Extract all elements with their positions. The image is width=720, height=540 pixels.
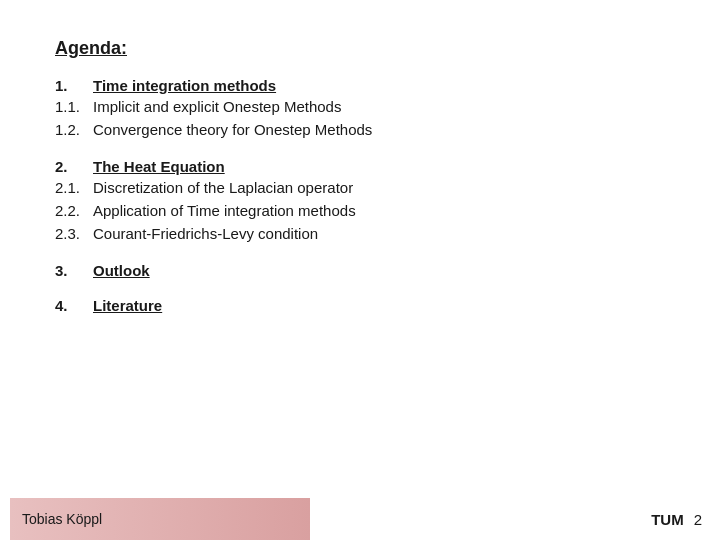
item-number: 2.1. <box>55 179 93 196</box>
item-label: Convergence theory for Onestep Methods <box>93 121 372 138</box>
footer-author: Tobias Köppl <box>22 511 102 527</box>
item-number: 2.2. <box>55 202 93 219</box>
item-number: 1.1. <box>55 98 93 115</box>
item-number: 4. <box>55 297 93 314</box>
item-number: 1. <box>55 77 93 94</box>
list-item: 3. Outlook <box>55 262 665 279</box>
item-label: The Heat Equation <box>93 158 225 175</box>
spacer <box>55 248 665 262</box>
list-item: 1.1. Implicit and explicit Onestep Metho… <box>55 98 665 115</box>
item-label: Courant-Friedrichs-Levy condition <box>93 225 318 242</box>
item-label: Literature <box>93 297 162 314</box>
footer-left: Tobias Köppl <box>10 498 310 540</box>
item-number: 1.2. <box>55 121 93 138</box>
spacer <box>55 144 665 158</box>
list-item: 4. Literature <box>55 297 665 314</box>
item-label: Outlook <box>93 262 150 279</box>
footer-right: TUM 2 <box>651 511 702 528</box>
list-item: 1. Time integration methods <box>55 77 665 94</box>
footer-page: 2 <box>694 511 702 528</box>
footer: Tobias Köppl TUM 2 <box>0 498 720 540</box>
slide-content: Agenda: 1. Time integration methods 1.1.… <box>0 0 720 378</box>
item-label: Discretization of the Laplacian operator <box>93 179 353 196</box>
item-number: 2. <box>55 158 93 175</box>
list-item: 2.3. Courant-Friedrichs-Levy condition <box>55 225 665 242</box>
item-number: 2.3. <box>55 225 93 242</box>
list-item: 2.1. Discretization of the Laplacian ope… <box>55 179 665 196</box>
list-item: 2. The Heat Equation <box>55 158 665 175</box>
spacer <box>55 283 665 297</box>
item-number: 3. <box>55 262 93 279</box>
agenda-title: Agenda: <box>55 38 665 59</box>
item-label: Application of Time integration methods <box>93 202 356 219</box>
item-label: Time integration methods <box>93 77 276 94</box>
list-item: 2.2. Application of Time integration met… <box>55 202 665 219</box>
footer-brand: TUM <box>651 511 684 528</box>
agenda-list: 1. Time integration methods 1.1. Implici… <box>55 77 665 314</box>
list-item: 1.2. Convergence theory for Onestep Meth… <box>55 121 665 138</box>
item-label: Implicit and explicit Onestep Methods <box>93 98 341 115</box>
